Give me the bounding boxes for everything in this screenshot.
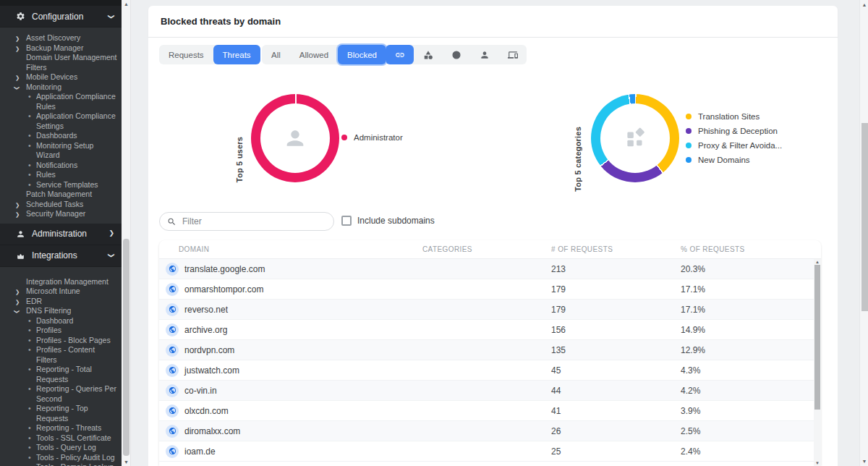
sidebar-item[interactable]: Reporting - Queries Per Second <box>0 384 122 404</box>
requests-cell: 156 <box>550 325 679 335</box>
table-scrollbar[interactable]: ▲ ▼ <box>814 259 821 466</box>
sidebar-item[interactable]: Reporting - Top Requests <box>0 404 122 423</box>
percent-cell: 17.1% <box>679 305 821 315</box>
toggle-button[interactable]: Blocked <box>338 45 386 64</box>
legend-item[interactable]: Proxy & Filter Avoida... <box>686 140 782 150</box>
sidebar-item[interactable]: Profiles - Block Pages <box>0 336 122 346</box>
legend-item[interactable]: Translation Sites <box>686 111 782 121</box>
sidebar-item[interactable]: Monitoring Setup Wizard <box>0 141 122 161</box>
table-column-header[interactable]: DOMAIN <box>159 245 421 253</box>
users-chart-title: Top 5 users <box>235 137 244 182</box>
threat-icon[interactable] <box>442 45 470 64</box>
sidebar-item[interactable]: Dashboard <box>0 316 122 326</box>
sidebar-item[interactable]: EDR <box>0 297 122 307</box>
sidebar-item[interactable]: Integration Management <box>0 277 122 287</box>
table-column-header[interactable]: CATEGORIES <box>421 245 550 253</box>
scroll-down-icon[interactable]: ▼ <box>814 461 821 465</box>
table-row[interactable]: reverso.net 179 17.1% <box>159 300 821 320</box>
scroll-down-icon[interactable]: ▼ <box>122 459 131 465</box>
table-row[interactable]: ioam.de 25 2.4% <box>159 441 821 462</box>
globe-icon <box>166 384 179 397</box>
sidebar-item[interactable]: Service Templates <box>0 180 122 190</box>
sidebar-item[interactable]: Asset Discovery <box>0 33 122 43</box>
sidebar-item[interactable]: Security Manager <box>0 209 122 219</box>
table-row[interactable]: co-vin.in 44 4.2% <box>159 381 821 401</box>
table-row[interactable]: onmarshtompor.com 179 17.1% <box>159 279 821 300</box>
scroll-up-icon[interactable]: ▲ <box>860 2 868 7</box>
sidebar-item[interactable]: Dashboards <box>0 131 122 141</box>
requests-cell: 213 <box>550 264 679 274</box>
filter-input[interactable] <box>182 216 326 226</box>
category-icon[interactable] <box>414 45 442 64</box>
include-subdomains-checkbox[interactable] <box>341 216 352 226</box>
scroll-down-icon[interactable]: ▼ <box>860 459 868 464</box>
legend-item[interactable]: Administrator <box>341 132 403 142</box>
domain-cell: archive.org <box>159 323 421 336</box>
toggle-button[interactable]: Requests <box>159 45 213 64</box>
percent-cell: 4.2% <box>679 386 821 396</box>
table-row[interactable]: justwatch.com 45 4.3% <box>159 360 821 381</box>
sidebar-item[interactable]: Application Compliance Settings <box>0 111 122 131</box>
sidebar-item[interactable]: Filters <box>0 63 122 73</box>
sidebar-item[interactable]: Notifications <box>0 161 122 171</box>
toggle-button[interactable]: Allowed <box>290 45 338 64</box>
sidebar-item[interactable]: Tools - Policy Audit Log <box>0 453 122 463</box>
sidebar-item[interactable]: Reporting - Total Requests <box>0 365 122 384</box>
sidebar-item[interactable]: Microsoft Intune <box>0 287 122 297</box>
sidebar-section-administration[interactable]: Administration ❯ <box>0 224 122 245</box>
sidebar-item[interactable]: Patch Management <box>0 190 122 200</box>
filter-field[interactable] <box>159 212 334 231</box>
scroll-up-icon[interactable]: ▲ <box>814 260 821 264</box>
table-column-header[interactable]: # OF REQUESTS <box>550 245 679 253</box>
domains-table: DOMAINCATEGORIES# OF REQUESTS% OF REQUES… <box>159 240 821 466</box>
sidebar-item[interactable]: Application Compliance Rules <box>0 92 122 111</box>
user-icon[interactable] <box>470 45 498 64</box>
legend-label: Phishing & Deception <box>698 127 778 135</box>
sidebar-item[interactable]: Tools - SSL Certificate <box>0 433 122 444</box>
table-row[interactable]: olxcdn.com 41 3.9% <box>159 401 821 421</box>
devices-icon[interactable] <box>498 45 527 64</box>
link-icon[interactable] <box>386 45 414 64</box>
include-subdomains-label: Include subdomains <box>357 216 435 226</box>
requests-cell: 26 <box>550 426 679 436</box>
categories-donut-chart[interactable] <box>591 94 679 182</box>
include-subdomains-toggle[interactable]: Include subdomains <box>341 216 435 226</box>
sidebar-item[interactable]: Tools - Domain Lookup <box>0 462 122 466</box>
configuration-items: Asset DiscoveryBackup ManagerDomain User… <box>0 27 122 224</box>
table-row[interactable]: nordvpn.com 135 12.9% <box>159 340 821 360</box>
domain-name: justwatch.com <box>184 365 239 376</box>
requests-cell: 179 <box>550 284 679 295</box>
sidebar-item[interactable]: Monitoring <box>0 82 122 93</box>
sidebar-item[interactable]: Reporting - Threats <box>0 423 122 433</box>
sidebar-item[interactable]: DNS Filtering <box>0 306 122 316</box>
sidebar-item[interactable]: Mobile Devices <box>0 72 122 82</box>
sidebar-section-configuration[interactable]: Configuration ❯ <box>0 6 122 27</box>
page-scrollbar[interactable]: ▲ ▼ <box>859 0 868 466</box>
sidebar-item[interactable]: Profiles - Content Filters <box>0 345 122 365</box>
sidebar-item[interactable]: Domain User Management <box>0 53 122 63</box>
toggle-button[interactable]: All <box>262 45 290 64</box>
sidebar-section-integrations[interactable]: Integrations ❯ <box>0 245 122 267</box>
domain-cell: co-vin.in <box>159 384 421 397</box>
scroll-up-icon[interactable]: ▲ <box>122 1 131 7</box>
sidebar-item[interactable]: Tools - Query Log <box>0 443 122 453</box>
sidebar-scrollbar-thumb[interactable] <box>123 239 129 456</box>
legend-item[interactable]: New Domains <box>686 155 782 164</box>
users-donut-chart[interactable] <box>251 94 339 182</box>
table-row[interactable]: translate.google.com 213 20.3% <box>159 259 821 279</box>
requests-cell: 179 <box>550 305 679 315</box>
table-column-header[interactable]: % OF REQUESTS <box>679 245 821 253</box>
table-scrollbar-thumb[interactable] <box>814 265 820 410</box>
legend-item[interactable]: Phishing & Deception <box>686 126 782 135</box>
sidebar-scrollbar[interactable]: ▲ ▼ <box>122 0 131 466</box>
sidebar-item[interactable]: Backup Manager <box>0 43 122 54</box>
globe-icon <box>166 364 179 377</box>
table-row[interactable]: diromalxx.com 26 2.5% <box>159 421 821 441</box>
sidebar-item[interactable]: Profiles <box>0 326 122 336</box>
table-body: translate.google.com 213 20.3% onmarshto… <box>159 259 821 462</box>
table-row[interactable]: archive.org 156 14.9% <box>159 320 821 340</box>
page-scrollbar-thumb[interactable] <box>861 123 868 311</box>
sidebar-item[interactable]: Rules <box>0 170 122 180</box>
sidebar-item[interactable]: Scheduled Tasks <box>0 200 122 210</box>
toggle-button[interactable]: Threats <box>213 45 260 64</box>
